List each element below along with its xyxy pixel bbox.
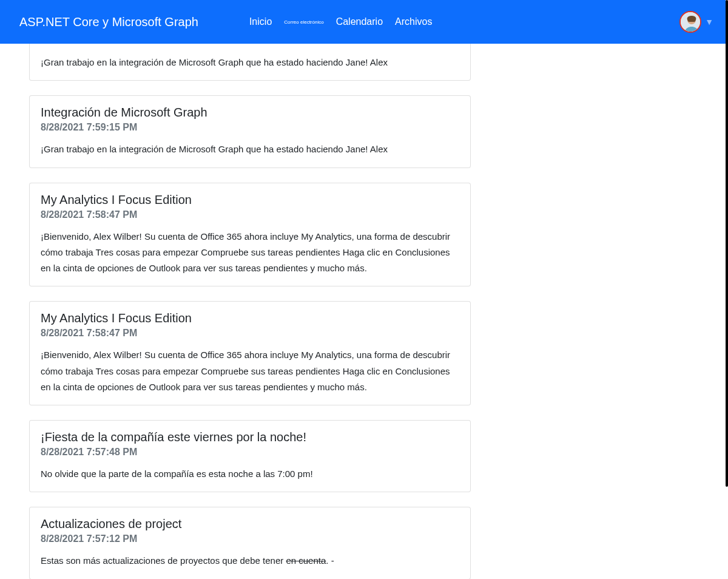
- email-datetime: 8/28/2021 7:57:12 PM: [41, 533, 459, 544]
- email-body: ¡Bienvenido, Alex Wilber! Su cuenta de O…: [30, 229, 470, 286]
- nav-files[interactable]: Archivos: [395, 16, 432, 27]
- email-datetime: 8/28/2021 7:58:47 PM: [41, 328, 459, 339]
- email-body: ¡Bienvenido, Alex Wilber! Su cuenta de O…: [30, 347, 470, 405]
- user-menu[interactable]: ▼: [679, 11, 713, 33]
- email-subject: My Analytics I Focus Edition: [41, 193, 459, 207]
- email-datetime: 8/28/2021 7:57:48 PM: [41, 447, 459, 458]
- email-body: Estas son más actualizaciones de proyect…: [30, 553, 470, 578]
- email-datetime: 8/28/2021 7:58:47 PM: [41, 209, 459, 220]
- email-subject: My Analytics I Focus Edition: [41, 311, 459, 325]
- email-card: My Analytics I Focus Edition 8/28/2021 7…: [29, 301, 471, 405]
- email-card: ¡Fiesta de la compañía este viernes por …: [29, 420, 471, 492]
- scrollbar-thumb[interactable]: [726, 0, 728, 487]
- email-card: Integración de Microsoft Graph 8/28/2021…: [29, 95, 471, 168]
- email-subject: ¡Fiesta de la compañía este viernes por …: [41, 430, 459, 444]
- email-subject: Integración de Microsoft Graph: [41, 106, 459, 120]
- nav-calendar[interactable]: Calendario: [336, 16, 383, 27]
- email-body: No olvide que la parte de la compañía es…: [30, 466, 470, 492]
- email-body: ¡Gran trabajo en la integración de Micro…: [30, 44, 470, 80]
- nav-mail[interactable]: Correo electrónico: [284, 19, 323, 25]
- email-card: Actualizaciones de project 8/28/2021 7:5…: [29, 507, 471, 579]
- email-card: My Analytics I Focus Edition 8/28/2021 7…: [29, 183, 471, 287]
- email-body-text: . -: [326, 555, 334, 566]
- avatar: [679, 11, 701, 33]
- navbar: ASP.NET Core y Microsoft Graph Inicio Co…: [0, 0, 728, 44]
- email-body-strike: en cuenta: [286, 555, 326, 566]
- chevron-down-icon: ▼: [705, 17, 713, 27]
- email-body-text: Estas son más actualizaciones de proyect…: [41, 555, 286, 566]
- nav-home[interactable]: Inicio: [249, 16, 272, 27]
- nav-links: Inicio Correo electrónico Calendario Arc…: [249, 16, 432, 27]
- email-card: ¡Gran trabajo en la integración de Micro…: [29, 44, 471, 81]
- vertical-scrollbar[interactable]: [726, 0, 728, 579]
- email-subject: Actualizaciones de project: [41, 517, 459, 531]
- brand-title[interactable]: ASP.NET Core y Microsoft Graph: [19, 15, 198, 29]
- email-body: ¡Gran trabajo en la integración de Micro…: [30, 141, 470, 167]
- email-list: ¡Gran trabajo en la integración de Micro…: [0, 44, 471, 579]
- email-datetime: 8/28/2021 7:59:15 PM: [41, 122, 459, 133]
